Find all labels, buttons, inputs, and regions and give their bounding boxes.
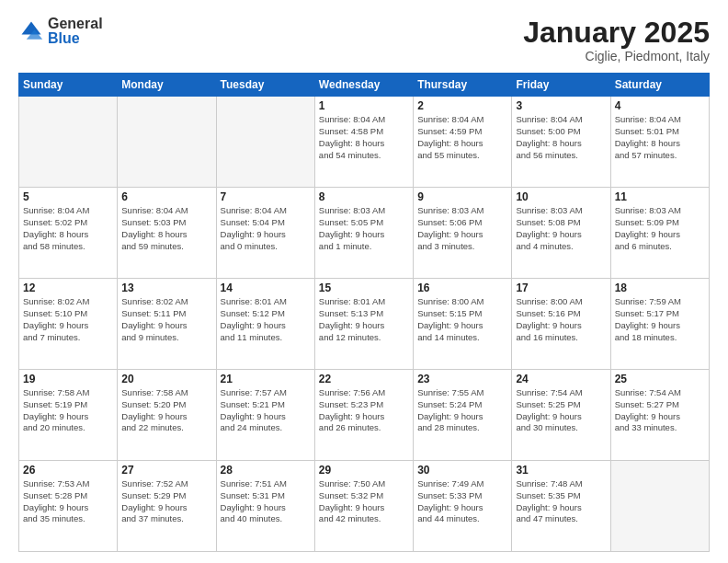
day-number: 17 xyxy=(516,282,606,294)
calendar-body: 1Sunrise: 8:04 AM Sunset: 4:58 PM Daylig… xyxy=(19,97,710,552)
day-info: Sunrise: 8:04 AM Sunset: 4:58 PM Dayligh… xyxy=(319,114,409,161)
day-number: 7 xyxy=(221,190,311,203)
calendar-cell xyxy=(118,97,216,188)
day-number: 6 xyxy=(121,190,211,203)
calendar-week-2: 5Sunrise: 8:04 AM Sunset: 5:02 PM Daylig… xyxy=(19,188,710,279)
day-info: Sunrise: 7:54 AM Sunset: 5:25 PM Dayligh… xyxy=(516,387,606,434)
calendar-cell: 14Sunrise: 8:01 AM Sunset: 5:12 PM Dayli… xyxy=(216,279,314,370)
calendar-cell: 11Sunrise: 8:03 AM Sunset: 5:09 PM Dayli… xyxy=(610,188,709,279)
title-block: January 2025 Ciglie, Piedmont, Italy xyxy=(523,17,710,63)
calendar-table: SundayMondayTuesdayWednesdayThursdayFrid… xyxy=(18,73,710,552)
calendar-cell: 23Sunrise: 7:55 AM Sunset: 5:24 PM Dayli… xyxy=(414,370,512,461)
logo-text: General Blue xyxy=(48,17,103,46)
calendar-cell xyxy=(216,97,314,188)
day-number: 24 xyxy=(516,373,606,385)
weekday-header-monday: Monday xyxy=(118,74,216,97)
day-number: 3 xyxy=(516,99,606,112)
day-info: Sunrise: 8:00 AM Sunset: 5:16 PM Dayligh… xyxy=(516,296,606,343)
calendar-cell: 2Sunrise: 8:04 AM Sunset: 4:59 PM Daylig… xyxy=(414,97,512,188)
day-number: 11 xyxy=(615,190,705,203)
day-number: 14 xyxy=(221,282,311,294)
weekday-header-saturday: Saturday xyxy=(610,74,709,97)
day-info: Sunrise: 8:04 AM Sunset: 5:04 PM Dayligh… xyxy=(221,205,311,252)
day-info: Sunrise: 7:51 AM Sunset: 5:31 PM Dayligh… xyxy=(221,478,311,525)
day-info: Sunrise: 7:58 AM Sunset: 5:20 PM Dayligh… xyxy=(121,387,211,434)
calendar-cell: 18Sunrise: 7:59 AM Sunset: 5:17 PM Dayli… xyxy=(610,279,709,370)
weekday-header-sunday: Sunday xyxy=(19,74,118,97)
day-number: 13 xyxy=(121,282,211,294)
day-info: Sunrise: 8:04 AM Sunset: 5:03 PM Dayligh… xyxy=(121,205,211,252)
day-info: Sunrise: 7:53 AM Sunset: 5:28 PM Dayligh… xyxy=(23,478,113,525)
svg-marker-0 xyxy=(22,22,41,35)
day-number: 29 xyxy=(319,464,409,477)
day-info: Sunrise: 7:58 AM Sunset: 5:19 PM Dayligh… xyxy=(23,387,113,434)
day-number: 31 xyxy=(516,464,606,477)
page: General Blue January 2025 Ciglie, Piedmo… xyxy=(0,0,728,563)
day-info: Sunrise: 8:02 AM Sunset: 5:11 PM Dayligh… xyxy=(121,296,211,343)
calendar-cell xyxy=(610,461,709,552)
day-info: Sunrise: 7:52 AM Sunset: 5:29 PM Dayligh… xyxy=(121,478,211,525)
day-info: Sunrise: 8:03 AM Sunset: 5:08 PM Dayligh… xyxy=(516,205,606,252)
day-info: Sunrise: 7:57 AM Sunset: 5:21 PM Dayligh… xyxy=(221,387,311,434)
calendar-cell xyxy=(19,97,118,188)
day-number: 21 xyxy=(221,373,311,385)
day-number: 25 xyxy=(615,373,705,385)
day-number: 23 xyxy=(417,373,507,385)
day-info: Sunrise: 7:56 AM Sunset: 5:23 PM Dayligh… xyxy=(319,387,409,434)
day-number: 4 xyxy=(615,99,705,112)
day-info: Sunrise: 7:55 AM Sunset: 5:24 PM Dayligh… xyxy=(417,387,507,434)
day-info: Sunrise: 8:02 AM Sunset: 5:10 PM Dayligh… xyxy=(23,296,113,343)
calendar-cell: 9Sunrise: 8:03 AM Sunset: 5:06 PM Daylig… xyxy=(414,188,512,279)
day-number: 20 xyxy=(121,373,211,385)
calendar-cell: 28Sunrise: 7:51 AM Sunset: 5:31 PM Dayli… xyxy=(216,461,314,552)
day-number: 15 xyxy=(319,282,409,294)
calendar-week-1: 1Sunrise: 8:04 AM Sunset: 4:58 PM Daylig… xyxy=(19,97,710,188)
calendar-cell: 12Sunrise: 8:02 AM Sunset: 5:10 PM Dayli… xyxy=(19,279,118,370)
day-info: Sunrise: 8:00 AM Sunset: 5:15 PM Dayligh… xyxy=(417,296,507,343)
calendar-cell: 20Sunrise: 7:58 AM Sunset: 5:20 PM Dayli… xyxy=(118,370,216,461)
day-number: 1 xyxy=(319,99,409,112)
logo-general: General xyxy=(48,17,103,31)
weekday-header-row: SundayMondayTuesdayWednesdayThursdayFrid… xyxy=(19,74,710,97)
day-info: Sunrise: 8:03 AM Sunset: 5:05 PM Dayligh… xyxy=(319,205,409,252)
calendar-cell: 6Sunrise: 8:04 AM Sunset: 5:03 PM Daylig… xyxy=(118,188,216,279)
day-info: Sunrise: 8:01 AM Sunset: 5:12 PM Dayligh… xyxy=(221,296,311,343)
calendar-cell: 22Sunrise: 7:56 AM Sunset: 5:23 PM Dayli… xyxy=(314,370,413,461)
weekday-header-thursday: Thursday xyxy=(414,74,512,97)
calendar-cell: 5Sunrise: 8:04 AM Sunset: 5:02 PM Daylig… xyxy=(19,188,118,279)
day-info: Sunrise: 8:04 AM Sunset: 5:00 PM Dayligh… xyxy=(516,114,606,161)
day-number: 10 xyxy=(516,190,606,203)
day-info: Sunrise: 7:54 AM Sunset: 5:27 PM Dayligh… xyxy=(615,387,705,434)
logo: General Blue xyxy=(18,17,103,46)
day-info: Sunrise: 8:01 AM Sunset: 5:13 PM Dayligh… xyxy=(319,296,409,343)
day-number: 18 xyxy=(615,282,705,294)
calendar-cell: 4Sunrise: 8:04 AM Sunset: 5:01 PM Daylig… xyxy=(610,97,709,188)
day-number: 19 xyxy=(23,373,113,385)
day-info: Sunrise: 8:04 AM Sunset: 5:01 PM Dayligh… xyxy=(615,114,705,161)
weekday-header-tuesday: Tuesday xyxy=(216,74,314,97)
day-number: 26 xyxy=(23,464,113,477)
calendar-cell: 21Sunrise: 7:57 AM Sunset: 5:21 PM Dayli… xyxy=(216,370,314,461)
calendar-cell: 29Sunrise: 7:50 AM Sunset: 5:32 PM Dayli… xyxy=(314,461,413,552)
calendar-cell: 8Sunrise: 8:03 AM Sunset: 5:05 PM Daylig… xyxy=(314,188,413,279)
day-info: Sunrise: 7:59 AM Sunset: 5:17 PM Dayligh… xyxy=(615,296,705,343)
day-number: 12 xyxy=(23,282,113,294)
calendar-cell: 17Sunrise: 8:00 AM Sunset: 5:16 PM Dayli… xyxy=(512,279,610,370)
calendar-cell: 15Sunrise: 8:01 AM Sunset: 5:13 PM Dayli… xyxy=(314,279,413,370)
calendar-week-3: 12Sunrise: 8:02 AM Sunset: 5:10 PM Dayli… xyxy=(19,279,710,370)
day-info: Sunrise: 7:48 AM Sunset: 5:35 PM Dayligh… xyxy=(516,478,606,525)
day-number: 9 xyxy=(417,190,507,203)
day-number: 8 xyxy=(319,190,409,203)
calendar-cell: 7Sunrise: 8:04 AM Sunset: 5:04 PM Daylig… xyxy=(216,188,314,279)
day-info: Sunrise: 8:04 AM Sunset: 5:02 PM Dayligh… xyxy=(23,205,113,252)
calendar-week-5: 26Sunrise: 7:53 AM Sunset: 5:28 PM Dayli… xyxy=(19,461,710,552)
day-info: Sunrise: 7:49 AM Sunset: 5:33 PM Dayligh… xyxy=(417,478,507,525)
day-info: Sunrise: 8:03 AM Sunset: 5:06 PM Dayligh… xyxy=(417,205,507,252)
calendar-cell: 13Sunrise: 8:02 AM Sunset: 5:11 PM Dayli… xyxy=(118,279,216,370)
logo-blue: Blue xyxy=(48,31,103,46)
calendar-cell: 31Sunrise: 7:48 AM Sunset: 5:35 PM Dayli… xyxy=(512,461,610,552)
calendar-cell: 1Sunrise: 8:04 AM Sunset: 4:58 PM Daylig… xyxy=(314,97,413,188)
weekday-header-friday: Friday xyxy=(512,74,610,97)
calendar-cell: 27Sunrise: 7:52 AM Sunset: 5:29 PM Dayli… xyxy=(118,461,216,552)
day-number: 16 xyxy=(417,282,507,294)
